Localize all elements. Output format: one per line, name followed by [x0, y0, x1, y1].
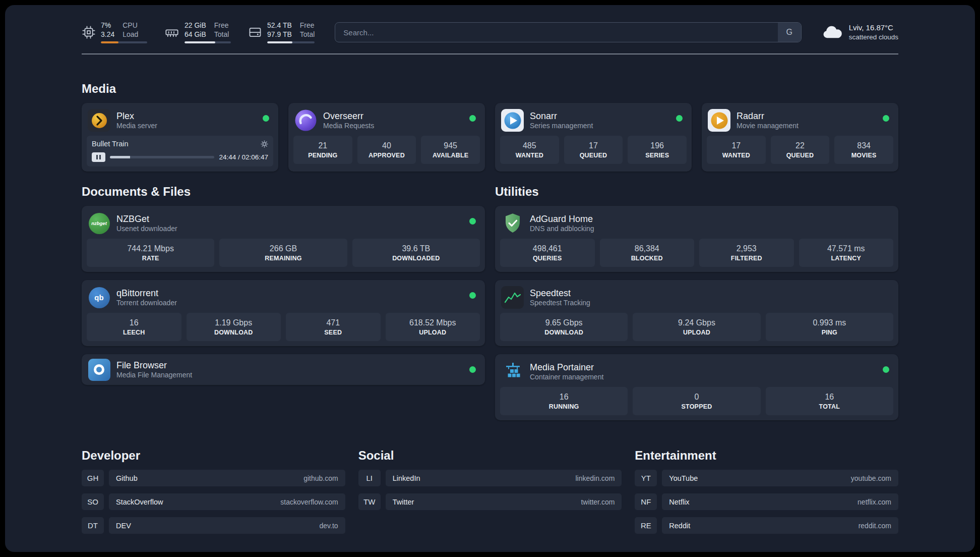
cpu-label-bottom: Load: [122, 30, 138, 39]
service-desc: Media File Management: [116, 371, 192, 380]
cpu-load-value: 3.24: [101, 30, 114, 39]
service-desc: Container management: [530, 373, 603, 382]
netflix-link[interactable]: Netflix netflix.com: [662, 493, 898, 510]
service-name: qBittorrent: [116, 288, 177, 299]
stat-queued: 17QUEUED: [564, 136, 623, 164]
memory-label-bottom: Total: [214, 30, 229, 39]
status-dot: [469, 366, 476, 373]
youtube-link[interactable]: YouTube youtube.com: [662, 470, 898, 486]
weather-location: Lviv, 16.87°C: [849, 23, 898, 33]
service-card-qbittorrent[interactable]: qb qBittorrent Torrent downloader 16LEEC…: [82, 280, 485, 346]
service-desc: DNS and adblocking: [530, 225, 594, 234]
status-dot: [263, 115, 269, 122]
service-name: Media Portainer: [530, 362, 603, 373]
stackoverflow-link[interactable]: StackOverflow stackoverflow.com: [109, 493, 345, 510]
documents-column: Documents & Files nzbget NZBGet Usenet d…: [82, 185, 485, 420]
disk-total-value: 97.9 TB: [267, 30, 292, 39]
cpu-label-top: CPU: [122, 21, 138, 30]
disk-free-value: 52.4 TB: [267, 21, 292, 30]
service-card-sonarr[interactable]: Sonarr Series management 485WANTED 17QUE…: [495, 103, 692, 172]
search-input[interactable]: [335, 23, 777, 42]
twitter-link[interactable]: Twitter twitter.com: [386, 493, 622, 510]
service-desc: Movie management: [737, 122, 799, 131]
cpu-icon: [82, 25, 96, 39]
linkedin-link[interactable]: LinkedIn linkedin.com: [386, 470, 622, 486]
cpu-widget: 7% 3.24 CPU Load: [82, 21, 147, 43]
link-row-dev: DT DEV dev.to: [82, 517, 345, 534]
cpu-usage-value: 7%: [101, 21, 114, 30]
service-name: Radarr: [737, 110, 799, 122]
search-provider-button[interactable]: G: [778, 23, 801, 42]
topbar: 7% 3.24 CPU Load: [82, 5, 898, 43]
entertainment-links: Entertainment YT YouTube youtube.com NF …: [635, 449, 898, 534]
overseerr-icon: [294, 109, 317, 132]
memory-total-value: 64 GiB: [185, 30, 206, 39]
disk-label-bottom: Total: [300, 30, 315, 39]
dev-link[interactable]: DEV dev.to: [109, 517, 345, 534]
portainer-icon: [501, 360, 524, 383]
stat-download: 9.65 GbpsDOWNLOAD: [500, 313, 628, 341]
section-title-developer: Developer: [82, 449, 345, 463]
section-title-entertainment: Entertainment: [635, 449, 898, 463]
service-card-adguard[interactable]: AdGuard Home DNS and adblocking 498,461Q…: [495, 206, 898, 272]
stat-leech: 16LEECH: [87, 313, 181, 341]
stat-movies: 834MOVIES: [834, 136, 893, 164]
section-title-documents: Documents & Files: [82, 185, 485, 199]
service-name: Plex: [116, 110, 157, 122]
stat-approved: 40APPROVED: [357, 136, 416, 164]
service-card-overseerr[interactable]: Overseerr Media Requests 21PENDING 40APP…: [288, 103, 485, 172]
service-card-filebrowser[interactable]: File Browser Media File Management: [82, 354, 485, 385]
dev-abbr-badge: DT: [82, 517, 104, 534]
stat-upload: 618.52 MbpsUPLOAD: [386, 313, 480, 341]
pause-button[interactable]: [92, 152, 105, 162]
memory-usage-bar: [185, 41, 231, 43]
nzbget-icon: nzbget: [88, 212, 110, 235]
stat-running: 16RUNNING: [500, 387, 628, 415]
service-card-plex[interactable]: Plex Media server Bullet Train: [82, 103, 278, 172]
service-name: Speedtest: [530, 288, 590, 299]
disk-icon: [248, 25, 262, 39]
status-dot: [883, 366, 889, 373]
link-row-youtube: YT YouTube youtube.com: [635, 470, 898, 486]
service-card-speedtest[interactable]: Speedtest Speedtest Tracking 9.65 GbpsDO…: [495, 280, 898, 346]
link-row-stackoverflow: SO StackOverflow stackoverflow.com: [82, 493, 345, 510]
stat-upload: 9.24 GbpsUPLOAD: [633, 313, 760, 341]
service-card-portainer[interactable]: Media Portainer Container management 16R…: [495, 354, 898, 420]
gear-icon[interactable]: [261, 140, 268, 148]
now-playing-title: Bullet Train: [92, 140, 129, 148]
link-row-reddit: RE Reddit reddit.com: [635, 517, 898, 534]
service-name: NZBGet: [116, 213, 177, 225]
developer-links: Developer GH Github github.com SO StackO…: [82, 449, 345, 534]
stat-rate: 744.21 MbpsRATE: [87, 239, 214, 267]
status-dot: [469, 218, 476, 225]
stackoverflow-abbr-badge: SO: [82, 493, 104, 510]
status-dot: [469, 292, 476, 299]
service-desc: Media Requests: [323, 122, 374, 131]
social-links: Social LI LinkedIn linkedin.com TW Twitt…: [358, 449, 622, 534]
cloud-icon: [822, 24, 843, 41]
github-link[interactable]: Github github.com: [109, 470, 345, 486]
service-desc: Series management: [530, 122, 593, 131]
section-title-media: Media: [82, 82, 898, 96]
stat-wanted: 17WANTED: [707, 136, 766, 164]
speedtest-icon: [501, 286, 524, 309]
link-row-netflix: NF Netflix netflix.com: [635, 493, 898, 510]
reddit-link[interactable]: Reddit reddit.com: [662, 517, 898, 534]
playback-progress-bar[interactable]: [110, 156, 214, 158]
service-name: Overseerr: [323, 110, 374, 122]
stat-filtered: 2,953FILTERED: [699, 239, 794, 267]
disk-widget: 52.4 TB 97.9 TB Free Total: [248, 21, 315, 43]
stat-downloaded: 39.6 TBDOWNLOADED: [352, 239, 480, 267]
stat-pending: 21PENDING: [293, 136, 352, 164]
status-dot: [469, 115, 476, 122]
stat-blocked: 86,384BLOCKED: [600, 239, 695, 267]
memory-label-top: Free: [214, 21, 229, 30]
utilities-column: Utilities: [495, 185, 898, 420]
linkedin-abbr-badge: LI: [358, 470, 381, 486]
stat-queued: 22QUEUED: [771, 136, 830, 164]
service-card-nzbget[interactable]: nzbget NZBGet Usenet downloader 744.21 M…: [82, 206, 485, 272]
sonarr-icon: [501, 109, 524, 132]
service-card-radarr[interactable]: Radarr Movie management 17WANTED 22QUEUE…: [702, 103, 898, 172]
memory-icon: [164, 25, 179, 39]
disk-usage-bar: [267, 41, 315, 43]
